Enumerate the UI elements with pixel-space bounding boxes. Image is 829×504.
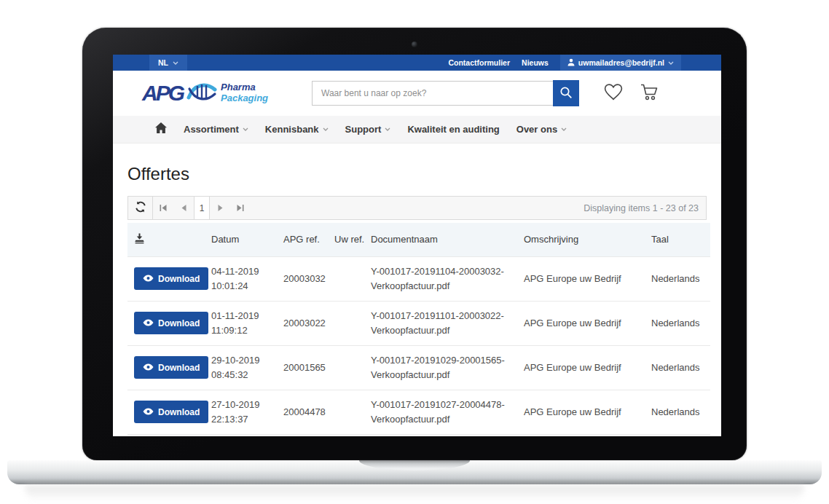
laptop-mockup-stage: NL Contactformulier Nieuws uwmailadres@b… xyxy=(0,0,829,504)
download-button[interactable]: Download xyxy=(134,401,208,423)
apg-ref-cell: 20003032 xyxy=(280,256,331,301)
nav-item-label: Support xyxy=(345,124,382,135)
uw-ref-cell xyxy=(331,256,368,301)
nav-item-kwaliteit[interactable]: Kwaliteit en auditing xyxy=(407,124,499,135)
pager-next-button[interactable] xyxy=(210,197,230,219)
contact-link[interactable]: Contactformulier xyxy=(448,58,510,67)
user-menu[interactable]: uwmailadres@bedrijf.nl xyxy=(560,55,681,71)
download-button-label: Download xyxy=(158,318,200,328)
webcam-dot xyxy=(412,42,417,47)
taal-cell: Nederlands xyxy=(648,256,710,301)
laptop-screen: NL Contactformulier Nieuws uwmailadres@b… xyxy=(113,55,721,436)
download-button-label: Download xyxy=(158,363,200,373)
pager: 1 xyxy=(153,197,251,219)
chevron-down-icon xyxy=(561,127,567,131)
language-switcher[interactable]: NL xyxy=(149,55,187,71)
user-icon xyxy=(567,58,575,68)
main-nav: Assortiment Kennisbank Support Kwaliteit… xyxy=(113,116,721,143)
download-all-header xyxy=(127,223,211,256)
news-link[interactable]: Nieuws xyxy=(522,58,549,67)
page-next-icon xyxy=(218,202,223,213)
date-text: 27-10-2019 xyxy=(211,398,278,412)
datum-cell: 01-11-2019 11:09:12 xyxy=(211,301,280,345)
download-button-label: Download xyxy=(158,407,200,417)
datum-cell: 29-10-2019 08:45:32 xyxy=(211,345,280,390)
header-apg-ref: APG ref. xyxy=(280,223,331,256)
pager-first-button[interactable] xyxy=(153,197,173,219)
download-cell: Download xyxy=(127,256,211,301)
download-button[interactable]: Download xyxy=(134,312,208,334)
omschrijving-cell: APG Europe uw Bedrijf xyxy=(521,301,648,345)
chevron-down-icon xyxy=(173,61,178,65)
download-cell: Download xyxy=(127,390,211,434)
datum-cell: 27-10-2019 22:13:37 xyxy=(211,390,280,434)
nav-item-label: Kwaliteit en auditing xyxy=(407,124,499,135)
download-button[interactable]: Download xyxy=(134,356,208,379)
wishlist-button[interactable] xyxy=(603,83,624,103)
table-row: Download 01-11-2019 11:09:12 20003022 Y-… xyxy=(127,301,710,345)
nav-item-over-ons[interactable]: Over ons xyxy=(516,124,567,135)
refresh-button[interactable] xyxy=(128,197,153,219)
datum-cell: 04-11-2019 10:01:24 xyxy=(211,256,280,301)
date-text: 29-10-2019 xyxy=(211,353,278,368)
logo-apg-text: APG xyxy=(142,82,183,104)
language-label: NL xyxy=(158,58,168,67)
dna-helix-icon xyxy=(186,81,217,106)
topbar: NL Contactformulier Nieuws uwmailadres@b… xyxy=(113,55,721,71)
header-omschrijving: Omschrijving xyxy=(521,223,648,256)
site-header: APG Pharma Packaging xyxy=(113,71,721,116)
time-text: 10:01:24 xyxy=(211,279,278,294)
download-tray-icon xyxy=(134,235,145,246)
header-documentnaam: Documentnaam xyxy=(368,223,521,256)
document-cell: Y-001017-20191027-20004478-Verkoopfactuu… xyxy=(368,390,521,434)
nav-item-kennisbank[interactable]: Kennisbank xyxy=(265,124,329,135)
home-icon xyxy=(155,122,167,136)
laptop-base-notch xyxy=(359,460,470,470)
chevron-down-icon xyxy=(385,127,390,131)
logo-wordmark: Pharma Packaging xyxy=(221,82,268,104)
nav-item-label: Kennisbank xyxy=(265,124,319,135)
uw-ref-cell xyxy=(331,301,368,345)
company-logo[interactable]: APG Pharma Packaging xyxy=(142,81,294,106)
cart-icon xyxy=(640,83,659,103)
nav-item-assortiment[interactable]: Assortiment xyxy=(184,124,248,135)
cart-button[interactable] xyxy=(640,83,659,103)
pager-prev-button[interactable] xyxy=(173,197,194,219)
search-icon xyxy=(559,86,573,101)
omschrijving-cell: APG Europe uw Bedrijf xyxy=(521,345,648,390)
nav-item-support[interactable]: Support xyxy=(345,124,391,135)
table-row: Download 04-11-2019 10:01:24 20003032 Y-… xyxy=(127,256,710,301)
search-bar xyxy=(312,80,579,106)
uw-ref-cell xyxy=(331,345,368,390)
time-text: 08:45:32 xyxy=(211,368,278,382)
laptop-base xyxy=(7,460,822,484)
pager-status-text: Displaying items 1 - 23 of 23 xyxy=(584,203,699,213)
offertes-table: Datum APG ref. Uw ref. Documentnaam Omsc… xyxy=(127,223,710,435)
nav-item-label: Assortiment xyxy=(184,124,239,135)
logo-pharma-text: Pharma xyxy=(221,82,268,93)
eye-icon xyxy=(143,318,154,328)
search-button[interactable] xyxy=(553,80,579,106)
uw-ref-cell xyxy=(331,390,368,434)
laptop-reflection xyxy=(25,485,804,504)
time-text: 11:09:12 xyxy=(211,323,278,338)
apg-ref-cell: 20001565 xyxy=(280,345,331,390)
header-taal: Taal xyxy=(648,223,710,256)
grid-toolbar: 1 Displaying items 1 - 23 of 23 xyxy=(127,196,707,220)
eye-icon xyxy=(143,407,154,417)
chevron-down-icon xyxy=(668,61,674,65)
nav-item-label: Over ons xyxy=(516,124,557,135)
date-text: 01-11-2019 xyxy=(211,309,278,323)
pager-last-button[interactable] xyxy=(230,197,251,219)
table-header-row: Datum APG ref. Uw ref. Documentnaam Omsc… xyxy=(127,223,710,256)
logo-packaging-text: Packaging xyxy=(221,93,268,104)
document-cell: Y-001017-20191101-20003022-Verkoopfactuu… xyxy=(368,301,521,345)
eye-icon xyxy=(143,274,154,284)
download-button[interactable]: Download xyxy=(134,267,208,290)
nav-home[interactable] xyxy=(155,122,167,136)
user-email: uwmailadres@bedrijf.nl xyxy=(578,58,664,67)
eye-icon xyxy=(143,363,154,373)
document-cell: Y-001017-20191104-20003032-Verkoopfactuu… xyxy=(368,256,521,301)
header-datum: Datum xyxy=(211,223,280,256)
search-input[interactable] xyxy=(312,81,553,106)
